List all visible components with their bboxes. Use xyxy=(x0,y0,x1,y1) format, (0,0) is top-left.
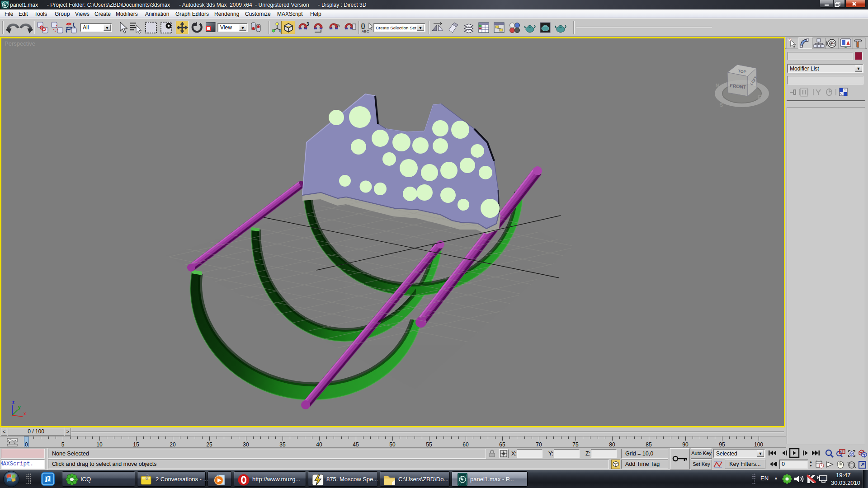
svg-text:{}: {} xyxy=(361,22,365,29)
svg-text:3: 3 xyxy=(307,22,309,27)
svg-text:S: S xyxy=(720,102,723,108)
svg-text:ABC: ABC xyxy=(362,29,369,33)
svg-text:E: E xyxy=(758,94,761,100)
svg-text:x: x xyxy=(24,411,26,416)
svg-text:y: y xyxy=(18,405,21,410)
svg-text:N: N xyxy=(716,83,719,88)
svg-text:z: z xyxy=(12,400,14,405)
svg-text:%: % xyxy=(336,23,340,28)
